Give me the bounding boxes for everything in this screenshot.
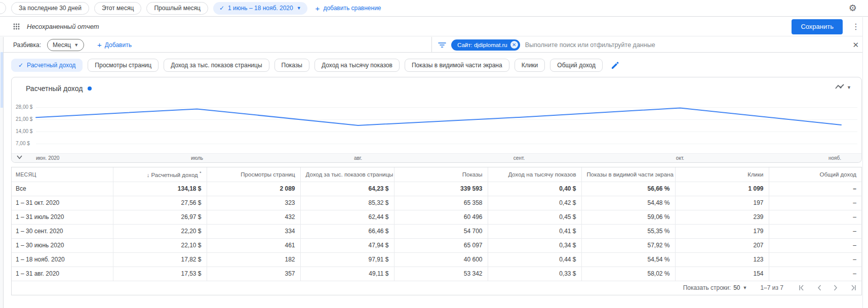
more-options-icon[interactable]: ⋮: [850, 22, 862, 31]
add-comparison-button[interactable]: + добавить сравнение: [315, 4, 381, 13]
metric-tab-chip[interactable]: Клики: [515, 59, 545, 72]
collapse-chart-icon[interactable]: [17, 155, 22, 159]
table-row[interactable]: 1 – 31 июль 202026,97 $43262,44 $60 4960…: [12, 210, 861, 224]
value-cell: 64,23 $: [300, 182, 394, 196]
metric-tab-chip[interactable]: Доход на тысячу показов: [314, 59, 400, 72]
value-cell: 58,02 %: [581, 267, 675, 281]
value-cell: 59,06 %: [581, 210, 675, 224]
apps-grid-icon[interactable]: [13, 23, 20, 30]
date-preset-button-2[interactable]: Прошлый месяц: [146, 2, 208, 15]
grid-icon-svg: [13, 23, 20, 30]
value-cell: 54 700: [394, 224, 488, 238]
breakdown-value: Месяц: [53, 41, 71, 49]
column-header-1[interactable]: ↓ Расчетный доход *: [113, 167, 207, 182]
last-page-icon: [849, 285, 856, 291]
value-cell: 60 496: [394, 210, 488, 224]
value-cell: –: [769, 267, 861, 281]
value-cell: 0,42 $: [488, 196, 581, 210]
date-preset-button-0[interactable]: За последние 30 дней: [11, 2, 89, 15]
value-cell: 0,34 $: [488, 238, 581, 252]
column-header-4[interactable]: Показы: [394, 167, 488, 182]
row-label-cell: 1 – 30 июнь 2020: [12, 238, 113, 252]
metric-tab-selected[interactable]: ✓Расчетный доход: [11, 59, 83, 72]
chart-x-axis: июн. 2020июльавг.сент.окт.нояб.: [12, 153, 861, 162]
value-cell: 40 600: [394, 252, 488, 267]
filter-icon-svg: [438, 42, 446, 48]
add-comparison-label: добавить сравнение: [323, 5, 381, 12]
date-preset-button-1[interactable]: Этот месяц: [94, 2, 142, 15]
table-header-row: Месяц↓ Расчетный доход *Просмотры страни…: [12, 167, 861, 182]
left-scrollbar-track[interactable]: [0, 37, 4, 308]
filter-icon[interactable]: [438, 42, 446, 48]
left-scrollbar-thumb[interactable]: [1, 52, 3, 108]
check-icon: ✓: [219, 5, 224, 12]
value-cell: 334: [207, 224, 300, 238]
first-page-button[interactable]: [799, 285, 806, 291]
table-row[interactable]: 1 – 18 нояб. 202017,82 $18297,91 $40 600…: [12, 252, 861, 267]
metric-tab-chip[interactable]: Просмотры страниц: [88, 59, 159, 72]
pencil-icon-svg: [611, 61, 619, 70]
row-label-cell: 1 – 30 сент. 2020: [12, 224, 113, 238]
value-cell: 22,10 $: [113, 238, 207, 252]
value-cell: 53 342: [394, 267, 488, 281]
column-header-5[interactable]: Доход на тысячу показов: [488, 167, 581, 182]
metric-tab-chip[interactable]: Доход за тыс. показов страницы: [164, 59, 269, 72]
next-page-button[interactable]: [833, 285, 838, 291]
rows-per-page-select[interactable]: Показать строки: 50 ▼: [683, 284, 747, 291]
cutoff-preset-button[interactable]: [0, 2, 6, 14]
value-cell: 54,48 %: [581, 196, 675, 210]
metric-tab-chip[interactable]: Показы в видимой части экрана: [405, 59, 509, 72]
report-title: Несохраненный отчет: [27, 23, 99, 30]
table-row[interactable]: 1 – 30 июнь 202022,10 $46147,94 $65 0970…: [12, 238, 861, 252]
table-row[interactable]: 1 – 30 сент. 202022,20 $33466,46 $54 700…: [12, 224, 861, 238]
column-header-0[interactable]: Месяц: [12, 167, 113, 182]
date-range-pill[interactable]: ✓ 1 июнь – 18 нояб. 2020 ▼: [213, 2, 307, 15]
value-cell: 134,18 $: [113, 182, 207, 196]
value-cell: –: [769, 238, 861, 252]
chevron-down-icon: ▼: [297, 6, 301, 11]
rows-per-page-value: 50: [733, 284, 740, 291]
value-cell: 54,54 %: [581, 252, 675, 267]
date-toolbar: За последние 30 днейЭтот месяцПрошлый ме…: [0, 0, 868, 17]
sort-desc-icon: ↓: [147, 172, 150, 178]
value-cell: 56,66 %: [581, 182, 675, 196]
value-cell: 65 358: [394, 196, 488, 210]
last-page-button[interactable]: [849, 285, 856, 291]
add-breakdown-button[interactable]: + Добавить: [97, 40, 132, 49]
table-row-total[interactable]: Все134,18 $2 08964,23 $339 5930,40 $56,6…: [12, 182, 861, 196]
pagination-controls: [799, 285, 856, 291]
column-header-7[interactable]: Клики: [675, 167, 769, 182]
column-header-2[interactable]: Просмотры страниц: [207, 167, 300, 182]
metric-tab-chip[interactable]: Общий доход: [550, 59, 603, 72]
value-cell: 1 099: [675, 182, 769, 196]
save-button[interactable]: Сохранить: [792, 19, 843, 34]
report-header-bar: Несохраненный отчет Сохранить ⋮: [0, 17, 868, 36]
value-cell: 26,97 $: [113, 210, 207, 224]
remove-filter-icon[interactable]: ✕: [510, 41, 518, 49]
metric-tab-label: Просмотры страниц: [95, 62, 151, 69]
gear-icon[interactable]: ⚙: [849, 3, 857, 13]
column-header-6[interactable]: Показы в видимой части экрана: [581, 167, 675, 182]
breakdown-select[interactable]: Месяц ▼: [47, 39, 84, 51]
close-icon[interactable]: ✕: [852, 40, 859, 50]
right-scrollbar-track[interactable]: [862, 17, 868, 308]
filter-chip-site[interactable]: Сайт: djdiplomat.ru ✕: [451, 39, 520, 51]
column-header-8[interactable]: Общий доход: [769, 167, 861, 182]
prev-page-button[interactable]: [817, 285, 822, 291]
table-row[interactable]: 1 – 31 авг. 202017,53 $35749,11 $53 3420…: [12, 267, 861, 281]
breakdown-label: Разбивка:: [13, 41, 41, 49]
edit-metrics-icon[interactable]: [611, 61, 619, 70]
value-cell: 0,41 $: [488, 224, 581, 238]
value-cell: 197: [675, 196, 769, 210]
chevron-down-icon: ▼: [743, 285, 747, 290]
first-page-icon: [799, 285, 806, 291]
search-input[interactable]: [525, 41, 768, 49]
metric-tab-chip[interactable]: Показы: [274, 59, 309, 72]
column-header-label: Доход за тыс. показов страницы: [306, 171, 393, 178]
value-cell: –: [769, 224, 861, 238]
column-header-3[interactable]: Доход за тыс. показов страницы: [300, 167, 394, 182]
table-row[interactable]: 1 – 31 окт. 202027,56 $32385,32 $65 3580…: [12, 196, 861, 210]
value-cell: 0,40 $: [488, 182, 581, 196]
value-cell: 0,33 $: [488, 267, 581, 281]
column-header-label: Клики: [747, 171, 763, 178]
